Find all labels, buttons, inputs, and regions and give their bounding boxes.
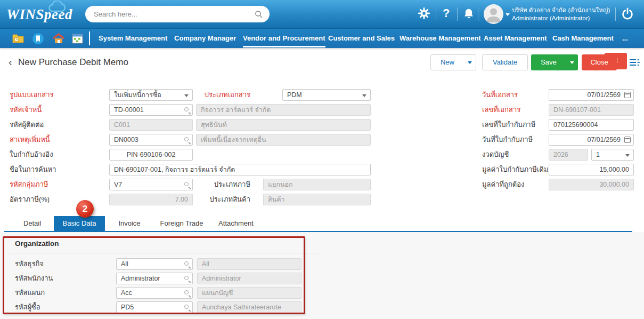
help-icon[interactable]: ? (443, 6, 450, 20)
tab-attachment[interactable]: Attachment (209, 216, 263, 231)
goods-type-field: สินค้า (263, 194, 371, 205)
tax-rate-field: 7.00 (109, 194, 193, 205)
gear-icon[interactable] (418, 7, 430, 20)
doc-date-value: 07/01/2569 (587, 91, 621, 99)
new-dropdown-button[interactable] (464, 54, 476, 70)
tax-group-code-value: V7 (114, 181, 122, 188)
tab-foreign-trade[interactable]: Foreign Trade (154, 216, 209, 231)
cloud-icon (46, 1, 70, 17)
original-value-label: มูลค่าใบกำกับภาษีเดิม (482, 164, 548, 176)
doc-date-field[interactable]: 07/01/2569 (549, 89, 634, 101)
doc-no-field: DN-690107-001 (549, 104, 634, 116)
divider (615, 7, 616, 21)
back-chevron-icon[interactable]: ‹ (9, 55, 12, 68)
department-code-label: รหัสแผนก (15, 287, 45, 299)
save-dropdown-button[interactable] (566, 54, 578, 70)
calendar-app-icon[interactable] (71, 33, 84, 45)
nav-warehouse-management[interactable]: Warehouse Management (400, 34, 481, 42)
tax-rate-label: อัตราภาษี(%) (10, 194, 50, 205)
search-icon[interactable] (184, 107, 189, 111)
purchaser-code-label: รหัสผู้ซื้อ (15, 301, 40, 313)
search-name-field[interactable]: DN-690107-001, กิจถาวร ฮาร์ดแวร์ จำกัด (109, 164, 371, 176)
ref-invoice-label: ใบกำกับอ้างอิง (10, 149, 53, 161)
purchaser-code-value: PD5 (121, 304, 134, 311)
calendar-icon[interactable] (624, 92, 631, 98)
search-icon[interactable] (184, 290, 189, 294)
correct-value-field: 30,000.00 (549, 179, 634, 190)
doc-type-label: ประเภทเอกสาร (186, 89, 250, 101)
contact-code-field: C001 (109, 119, 193, 131)
tab-invoice[interactable]: Invoice (105, 216, 154, 231)
validate-button[interactable]: Validate (482, 54, 528, 70)
search-icon[interactable] (184, 261, 189, 266)
nav-customer-sales[interactable]: Customer and Sales (328, 34, 395, 42)
search-icon[interactable] (184, 276, 189, 280)
tab-detail[interactable]: Detail (11, 216, 54, 231)
debit-reason-code-field[interactable]: DN0003 (109, 134, 193, 146)
save-button[interactable]: Save (531, 54, 566, 70)
purchaser-name-field: Aunchaya Sathirateerarote (197, 301, 301, 313)
debit-reason-label: สาเหตุเพิ่มหนี้ (10, 134, 50, 146)
tax-type-field: แยกนอก (263, 179, 371, 190)
organization-title: Organization (15, 240, 59, 248)
debit-reason-name-field: เพิ่มหนี้เนื่องจากเหตุอื่น (196, 134, 371, 146)
calendar-icon[interactable] (624, 137, 631, 143)
global-search (85, 6, 270, 22)
menu-list-icon[interactable] (630, 59, 640, 67)
tab-content-area (0, 232, 644, 319)
power-icon[interactable] (621, 7, 634, 20)
employee-code-value: Administrator (121, 275, 160, 282)
top-bar: WINSpeed ? (0, 0, 644, 28)
contact-label: รหัสผู้ติดต่อ (10, 119, 44, 131)
bell-icon[interactable] (463, 7, 475, 20)
new-button[interactable]: New (430, 54, 464, 70)
employee-code-field[interactable]: Administrator (116, 273, 193, 284)
nav-company-manager[interactable]: Company Manager (174, 34, 236, 42)
nav-more[interactable]: ... (622, 34, 628, 42)
search-input[interactable] (94, 6, 254, 21)
tab-basic-data[interactable]: Basic Data (54, 216, 105, 231)
close-button[interactable]: Close (582, 54, 617, 70)
company-name: บริษัท ตัวอย่าง จำกัด (สำนักงานใหญ่) (512, 6, 610, 14)
chevron-down-icon[interactable] (506, 13, 510, 16)
nav-vendor-procurement[interactable]: Vendor and Procurement (243, 34, 325, 47)
home-icon[interactable] (52, 33, 65, 45)
period-no-select[interactable]: 1 (591, 149, 634, 161)
tax-invoice-date-field[interactable]: 07/01/2569 (549, 134, 634, 146)
divider (10, 253, 317, 253)
business-code-field[interactable]: All (116, 258, 193, 270)
business-name-field: All (197, 258, 301, 270)
caret-down-icon (625, 154, 630, 157)
department-code-field[interactable]: Acc (116, 287, 193, 299)
creditor-label: รหัสเจ้าหนี้ (10, 104, 42, 116)
user-name: Administrator (Administrator) (512, 14, 610, 22)
nav-cash-management[interactable]: Cash Management (552, 34, 614, 42)
creditor-code-field[interactable]: TD-00001 (109, 104, 193, 116)
original-value-field[interactable]: 15,000.00 (549, 164, 634, 176)
person-icon (484, 4, 503, 24)
search-icon[interactable] (184, 305, 189, 309)
tax-invoice-date-value: 07/01/2569 (587, 136, 621, 143)
avatar[interactable] (484, 4, 503, 24)
search-icon[interactable] (184, 137, 189, 141)
employee-name-field: Administrator (197, 273, 301, 284)
department-name-field: แผนกบัญชี (197, 287, 301, 299)
bookmark-icon[interactable] (32, 33, 44, 45)
ref-invoice-field[interactable]: PIN-690106-002 (109, 149, 193, 161)
page-title: New Purchase Debit Memo (18, 57, 128, 68)
nav-asset-management[interactable]: Asset Management (484, 34, 547, 42)
app-window: WINSpeed ? (0, 0, 644, 319)
doc-format-select[interactable]: ใบเพิ่มหนี้การซื้อ (109, 89, 193, 101)
purchaser-code-field[interactable]: PD5 (116, 301, 193, 313)
employee-code-label: รหัสพนักงาน (15, 273, 53, 284)
tax-invoice-no-field[interactable]: 070125690004 (549, 119, 634, 131)
period-no-value: 1 (596, 151, 600, 158)
search-icon[interactable] (255, 10, 263, 19)
nav-system-management[interactable]: System Management (99, 34, 167, 42)
tax-group-code-field[interactable]: V7 (109, 179, 193, 190)
period-label: งวดบัญชี (482, 149, 509, 161)
recent-folder-icon[interactable] (12, 33, 25, 44)
doc-type-select[interactable]: PDM (282, 89, 371, 101)
annotation-step-badge: 2 (76, 200, 94, 218)
user-info[interactable]: บริษัท ตัวอย่าง จำกัด (สำนักงานใหญ่) Adm… (512, 6, 610, 22)
